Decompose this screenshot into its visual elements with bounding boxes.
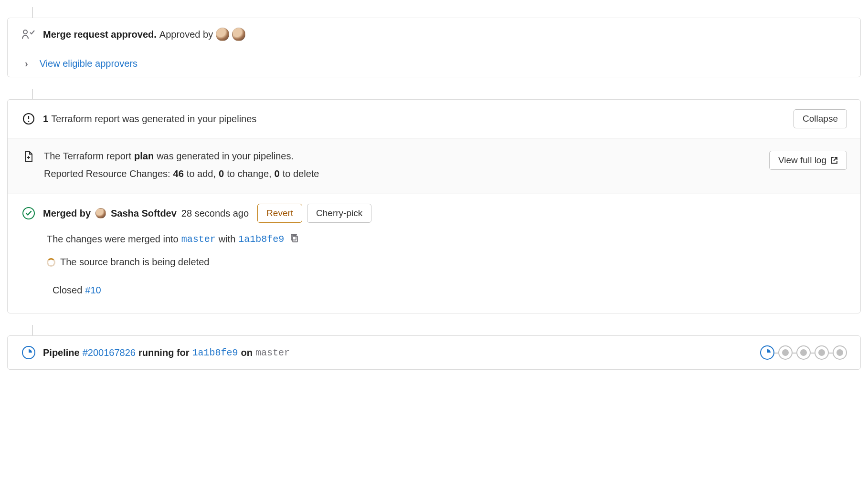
timeline-connector — [32, 89, 33, 99]
external-link-icon — [830, 156, 838, 164]
view-eligible-approvers-link[interactable]: View eligible approvers — [40, 58, 138, 69]
approval-widget: Merge request approved. Approved by › Vi… — [7, 18, 861, 77]
pipeline-id-link[interactable]: #200167826 — [83, 347, 136, 358]
terraform-header-rest: Terraform report was generated in your p… — [51, 114, 256, 125]
merger-avatar[interactable] — [95, 208, 106, 219]
copy-commit-icon[interactable] — [290, 233, 299, 245]
pipeline-stage-5[interactable] — [833, 345, 847, 360]
svg-point-0 — [23, 30, 27, 34]
view-full-log-button[interactable]: View full log — [769, 151, 847, 170]
approval-text: Merge request approved. Approved by — [43, 28, 847, 41]
terraform-header-text: 1 Terraform report was generated in your… — [43, 114, 787, 125]
merged-time: 28 seconds ago — [181, 208, 249, 219]
pipeline-widget: Pipeline #200167826 running for 1a1b8fe9… — [7, 335, 861, 370]
spinner-icon — [47, 258, 55, 267]
closed-issues-line: Closed #10 — [53, 285, 847, 296]
file-diff-icon — [21, 151, 36, 163]
view-full-log-label: View full log — [778, 155, 826, 166]
approval-title-rest: Approved by — [159, 29, 213, 40]
terraform-widget: 1 Terraform report was generated in your… — [7, 99, 861, 313]
pipeline-stage-1[interactable] — [760, 345, 774, 360]
merged-by-prefix: Merged by — [43, 208, 91, 219]
cherry-pick-button[interactable]: Cherry-pick — [307, 204, 371, 223]
pipeline-mid2: on — [241, 347, 253, 358]
timeline-connector — [32, 325, 33, 335]
status-success-icon — [21, 207, 36, 219]
timeline-connector — [32, 7, 33, 18]
svg-point-3 — [28, 121, 30, 122]
pipeline-commit-link[interactable]: 1a1b8fe9 — [192, 347, 238, 358]
approval-title-strong: Merge request approved. — [43, 29, 157, 40]
approver-avatar-2[interactable] — [232, 28, 245, 41]
approver-avatar-1[interactable] — [216, 28, 229, 41]
pipeline-prefix: Pipeline — [43, 347, 80, 358]
pipeline-text: Pipeline #200167826 running for 1a1b8fe9… — [43, 347, 753, 358]
terraform-count: 1 — [43, 114, 48, 125]
pipeline-branch: master — [255, 347, 290, 358]
merged-into-line: The changes were merged into master with… — [47, 233, 847, 245]
chevron-right-icon[interactable]: › — [21, 58, 32, 69]
status-running-icon — [21, 346, 36, 359]
merged-by-row: Merged by Sasha Softdev 28 seconds ago R… — [43, 204, 847, 223]
warning-icon — [21, 113, 36, 125]
pipeline-stage-4[interactable] — [815, 345, 829, 360]
approval-icon — [21, 29, 36, 40]
merge-commit-link[interactable]: 1a1b8fe9 — [238, 234, 284, 245]
terraform-body-line2: Reported Resource Changes: 46 to add, 0 … — [44, 168, 762, 179]
branch-deleting-line: The source branch is being deleted — [47, 257, 847, 268]
svg-rect-4 — [293, 236, 297, 242]
closed-issue-link[interactable]: #10 — [85, 285, 101, 296]
target-branch-link[interactable]: master — [181, 234, 216, 245]
collapse-button[interactable]: Collapse — [794, 109, 847, 128]
pipeline-stage-2[interactable] — [778, 345, 793, 360]
terraform-body-line1: The Terraform report plan was generated … — [44, 151, 762, 162]
revert-button[interactable]: Revert — [257, 204, 302, 223]
merger-name-link[interactable]: Sasha Softdev — [111, 208, 177, 219]
pipeline-mid1: running for — [138, 347, 190, 358]
pipeline-stages — [760, 345, 847, 360]
pipeline-stage-3[interactable] — [796, 345, 811, 360]
